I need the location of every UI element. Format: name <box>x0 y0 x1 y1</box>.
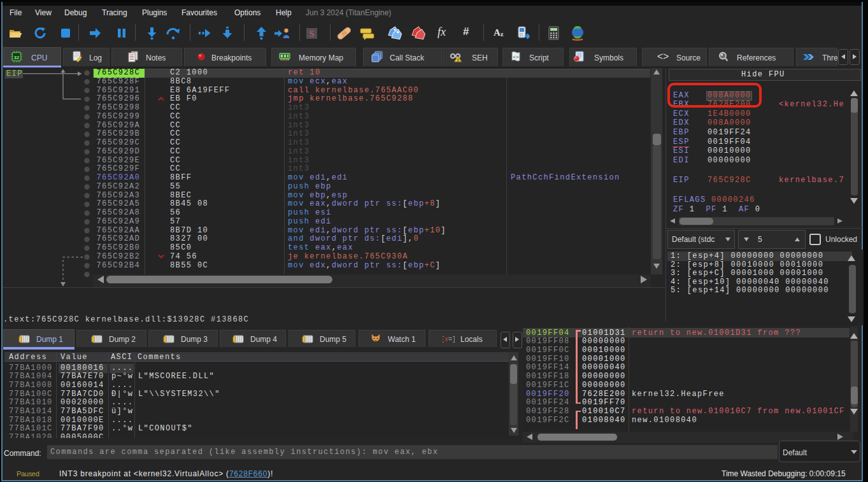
svg-text:<>: <> <box>657 51 669 62</box>
svg-text:<>: <> <box>513 54 519 60</box>
svg-text:[x=]: [x=] <box>443 336 455 343</box>
svg-text:!: ! <box>457 57 459 63</box>
svg-text:S: S <box>309 29 314 39</box>
